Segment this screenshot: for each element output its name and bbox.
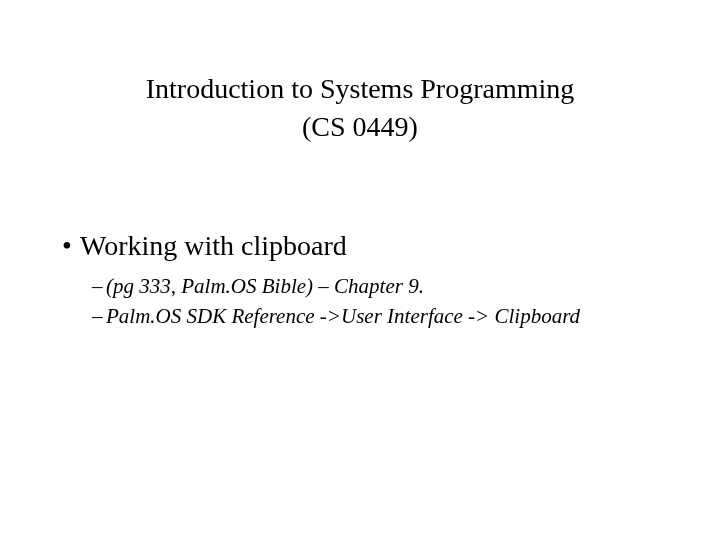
dash-marker-icon: – [92, 301, 106, 331]
sub-item-text: (pg 333, Palm.OS Bible) – Chapter 9. [106, 271, 424, 301]
slide-body: • Working with clipboard – (pg 333, Palm… [62, 228, 680, 332]
sub-item-text: Palm.OS SDK Reference ->User Interface -… [106, 301, 580, 331]
bullet-text: Working with clipboard [80, 228, 347, 263]
bullet-marker-icon: • [62, 228, 80, 263]
title-line-1: Introduction to Systems Programming [0, 70, 720, 108]
bullet-item: • Working with clipboard [62, 228, 680, 263]
title-line-2: (CS 0449) [0, 108, 720, 146]
dash-marker-icon: – [92, 271, 106, 301]
slide-title: Introduction to Systems Programming (CS … [0, 70, 720, 146]
sub-item: – (pg 333, Palm.OS Bible) – Chapter 9. [92, 271, 680, 301]
sub-item: – Palm.OS SDK Reference ->User Interface… [92, 301, 680, 331]
slide: Introduction to Systems Programming (CS … [0, 0, 720, 540]
sub-list: – (pg 333, Palm.OS Bible) – Chapter 9. –… [92, 271, 680, 332]
